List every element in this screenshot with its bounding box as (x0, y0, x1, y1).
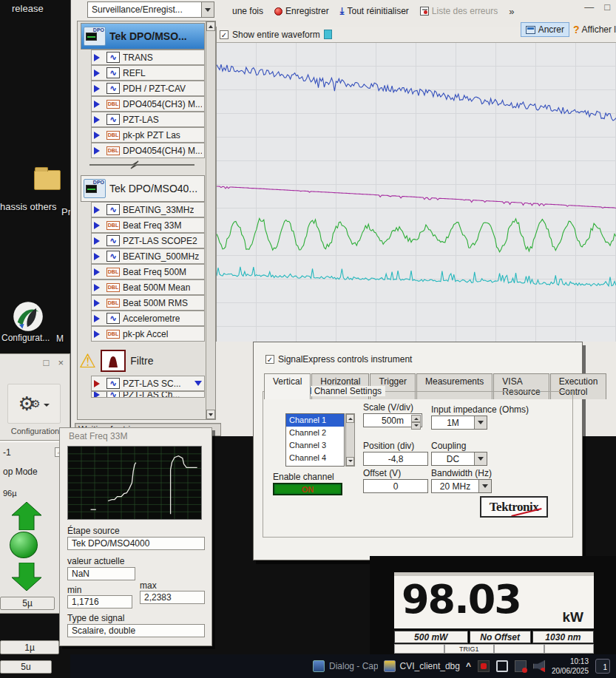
tree-item-beat-freq-500m[interactable]: DBL Beat Freq 500M (91, 264, 205, 279)
record-button[interactable]: Enregistrer (274, 6, 329, 16)
tree-item-dpo4054-ch3[interactable]: DBL DPO4054(CH3) M... (91, 96, 205, 112)
tree-item-beating-500mhz[interactable]: ∿ BEATING_500MHz (91, 248, 205, 264)
close-icon[interactable]: × (58, 357, 64, 368)
green-up-arrow-icon[interactable] (12, 502, 41, 530)
chevron-down-icon[interactable] (201, 2, 214, 17)
dock-button[interactable]: Ancrer (521, 22, 569, 37)
dpo-instrument-icon: DPO (84, 179, 106, 198)
waveform-graph-panel: ✓ Show entire waveform (216, 27, 616, 342)
scale-label: Scale (V/div) (363, 402, 413, 413)
reset-arrow-icon: ⤓ (340, 5, 345, 17)
green-indicator[interactable] (10, 532, 38, 558)
chevron-down-icon[interactable] (474, 416, 487, 429)
tree-item-accelerometre[interactable]: ∿ Accelerometre (91, 311, 205, 326)
chevron-down-icon[interactable] (478, 480, 491, 492)
coupling-dropdown[interactable]: DC (431, 452, 487, 466)
dbl-icon: DBL (106, 100, 120, 109)
desktop-label-chassis: hassis others (0, 201, 57, 212)
play-icon (94, 206, 104, 214)
current-value-label: valeur actuelle (67, 556, 124, 566)
tree-item-pzt-las-scope2[interactable]: ∿ PZT-LAS SCOPE2 (91, 233, 205, 248)
channel-item-3[interactable]: Channel 3 (286, 439, 344, 452)
run-once-button[interactable]: une fois (232, 6, 263, 16)
taskbar-clock[interactable]: 10:13 20/06/2025 (552, 657, 589, 676)
play-icon (94, 222, 104, 229)
tree-item-beating-33mhz[interactable]: ∿ BEATING_33MHz (91, 202, 205, 217)
scroll-down-button[interactable] (346, 457, 354, 466)
mode-dropdown[interactable]: Surveillance/Enregist... (87, 1, 214, 18)
impedance-dropdown[interactable]: 1M (431, 416, 487, 430)
power-unit: kW (563, 609, 584, 626)
tree-group-tek-dpo-1[interactable]: DPO Tek DPO/MSO... (81, 23, 205, 50)
current-value-field: NaN (67, 567, 135, 580)
play-icon (94, 330, 104, 338)
show-help-button[interactable]: ? Afficher l (573, 24, 616, 35)
tree-item-pzt-las-sc[interactable]: ∿ PZT-LAS SC... (91, 376, 205, 391)
channel-item-2[interactable]: Channel 2 (286, 427, 344, 439)
channel-list-scrollbar[interactable] (345, 413, 355, 467)
tree-item-dpo4054-ch4[interactable]: DBL DPO4054(CH4) M... (91, 143, 205, 158)
enable-channel-toggle[interactable]: ON (273, 483, 342, 495)
scale-spinner[interactable]: 500m (363, 413, 422, 427)
minimize-icon[interactable]: — (584, 1, 594, 13)
tray-expand-icon[interactable]: ^ (466, 661, 471, 671)
meter-trigger: TRIG1 (444, 644, 495, 654)
spinner-buttons[interactable] (411, 415, 421, 426)
waveform-icon: ∿ (106, 83, 120, 94)
scroll-down-button[interactable] (206, 410, 215, 419)
tree-item-cut[interactable]: ∿ PZT-LAS Ch... (91, 391, 205, 398)
notification-center-button[interactable]: 1 (595, 659, 610, 674)
tree-item-trans[interactable]: ∿ TRANS (91, 50, 205, 65)
scroll-up-button[interactable] (346, 414, 354, 423)
chip-1u[interactable]: 1µ (0, 640, 59, 654)
channel-item-4[interactable]: Channel 4 (286, 452, 344, 464)
reset-all-button[interactable]: ⚙ ⤓ Tout réinitialiser (340, 5, 409, 17)
tree-item-refl[interactable]: ∿ REFL (91, 65, 205, 81)
chip-5u-bottom[interactable]: 5u (0, 660, 52, 674)
show-entire-waveform-checkbox[interactable]: ✓ (220, 30, 229, 39)
tree-item-pdh-pzt-cav[interactable]: ∿ PDH / PZT-CAV (91, 81, 205, 96)
tree-item-beat-500m-rms[interactable]: DBL Beat 500M RMS (91, 295, 205, 311)
offset-field[interactable]: 0 (363, 479, 428, 493)
display-tray-icon[interactable] (496, 660, 508, 672)
position-field[interactable]: -4,8 (363, 452, 428, 466)
waveform-cursor-marker[interactable] (324, 30, 332, 39)
taskbar-app-cvi[interactable]: CVI_client_dbg (378, 654, 466, 678)
chip-5u-top[interactable]: 5µ (0, 597, 55, 610)
tree-item-beat-500m-mean[interactable]: DBL Beat 500M Mean (91, 279, 205, 295)
tree-group-title: Tek DPO/MSO... (109, 30, 187, 42)
tree-item-pkpk-pzt-las[interactable]: DBL pk-pk PZT Las (91, 127, 205, 143)
waveform-icon: ∿ (106, 251, 120, 262)
maximize-icon[interactable]: □ (604, 1, 610, 13)
tree-item-pkpk-accel[interactable]: DBL pk-pk Accel (91, 326, 205, 342)
chevron-down-icon[interactable] (194, 381, 202, 390)
maximize-icon[interactable]: □ (44, 357, 50, 368)
controls-instrument-label: SignalExpress controls instrument (278, 354, 412, 365)
tree-item-beat-freq-33m[interactable]: DBL Beat Freq 33M (91, 217, 205, 233)
configuration-button[interactable]: ⚙ ⚙ (7, 384, 61, 424)
tree-group-filtre[interactable]: ⚠ Filtre (79, 346, 205, 376)
dbl-icon: DBL (106, 268, 120, 277)
channel-item-1[interactable]: Channel 1 (286, 414, 344, 427)
tree-scrollbar[interactable] (206, 21, 215, 419)
tree-group-tek-dpo-2[interactable]: DPO Tek DPO/MSO40... (81, 175, 205, 202)
configurator-app-icon[interactable] (12, 300, 44, 333)
taskbar-app-dialog[interactable]: Dialog - Capt... (307, 654, 378, 678)
tab-vertical[interactable]: Vertical (264, 373, 311, 399)
chevron-down-icon[interactable] (474, 452, 487, 465)
green-down-arrow-icon[interactable] (12, 563, 41, 591)
tree-item-pzt-las[interactable]: ∿ PZT-LAS (91, 112, 205, 127)
chevron-down-icon (44, 404, 50, 410)
tree-connector-squiggle (87, 160, 197, 170)
controls-instrument-checkbox[interactable]: ✓ (265, 355, 274, 364)
acrobat-tray-icon[interactable] (478, 660, 490, 672)
scroll-up-button[interactable] (206, 21, 215, 31)
dbl-icon: DBL (106, 299, 120, 308)
error-list-button[interactable]: Liste des erreurs (420, 6, 498, 16)
bandwidth-dropdown[interactable]: 20 MHz (431, 479, 492, 493)
desktop-label-configurator: Configurat... (1, 333, 50, 343)
folder-icon[interactable] (34, 170, 61, 190)
speaker-muted-icon[interactable] (533, 660, 545, 672)
toolbar-overflow-chevron[interactable]: » (509, 6, 514, 17)
notification-dot-tray-icon[interactable] (515, 660, 527, 672)
